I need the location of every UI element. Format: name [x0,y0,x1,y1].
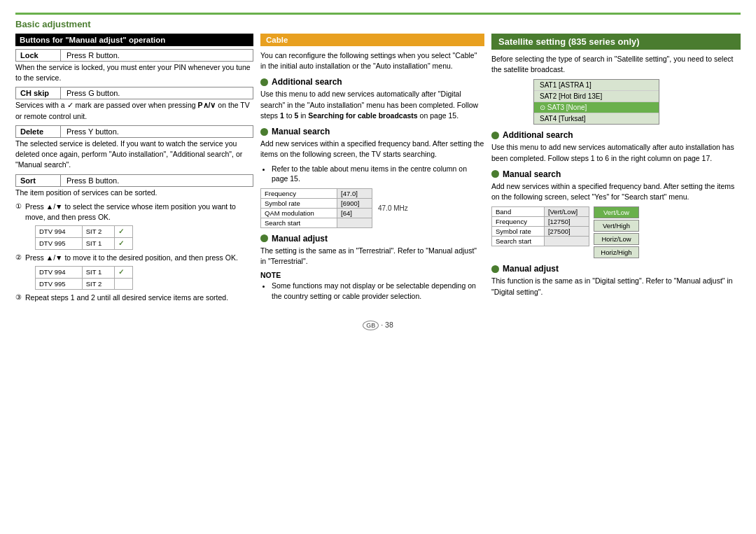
cable-additional-search-text: Use this menu to add new services automa… [260,89,484,121]
sat-row-1: SAT2 [Hot Bird 13E] [534,91,659,102]
cable-intro: You can reconfigure the following settin… [260,50,484,71]
cable-manual-search-bullet: Refer to the table about menu items in t… [272,164,484,184]
sat-row-2: ⊙ SAT3 [None] [534,102,659,113]
cable-additional-search-heading: Additional search [260,77,484,87]
sat-additional-search-heading: Additional search [491,130,741,140]
left-column: Buttons for "Manual adjust" operation Lo… [15,34,253,307]
lock-label: Lock [16,50,61,61]
delete-label: Delete [16,126,61,137]
sat-bullet-man-search [491,170,499,178]
sat-manual-adjust-text: This function is the same as in "Digital… [491,276,741,297]
sort-steps-list: ① Press ▲/▼ to select the service whose … [15,202,253,304]
footer-circle-gb: GB [363,321,379,330]
dtv-table-2: DTV 994SIT 1✓ DTV 995SIT 2 [35,266,133,290]
delete-text: The selected service is deleted. If you … [15,139,253,171]
band-btn-verthigh[interactable]: Vert/High [594,220,639,232]
chskip-label: CH skip [16,87,61,99]
page-footer: GB · 38 [15,321,741,330]
sort-step-2: ② Press ▲/▼ to move it to the desired po… [15,253,253,290]
band-btn-horizhigh[interactable]: Horiz/High [594,246,639,258]
cable-manual-search-text: Add new services within a specified freq… [260,139,484,160]
cable-manual-adjust-text: The setting is the same as in "Terrestri… [260,246,484,267]
cable-freq-table: Frequency[47.0] Symbol rate[6900] QAM mo… [260,188,372,228]
delete-desc: Press Y button. [61,126,253,137]
sat-intro: Before selecting the type of search in "… [491,54,741,75]
sort-row: Sort Press B button. [15,174,253,187]
lock-text: When the service is locked, you must ent… [15,62,253,83]
sort-text: The item position of services can be sor… [15,188,253,198]
right-column: Satellite setting (835 series only) Befo… [491,34,741,301]
sat-section-header: Satellite setting (835 series only) [491,34,741,50]
dtv-table-1: DTV 994SIT 2✓ DTV 995SIT 1✓ [35,225,133,250]
lock-row: Lock Press R button. [15,49,253,62]
footer-page-number: · 38 [381,321,393,329]
chskip-row: CH skip Press G button. [15,87,253,99]
mid-column: Cable You can reconfigure the following … [260,34,484,302]
sat-band-buttons: Vert/Low Vert/High Horiz/Low Horiz/High [594,206,639,258]
cable-section-header: Cable [260,34,484,46]
sat-manual-search-text: Add new services within a specified freq… [491,181,741,202]
sort-desc: Press B button. [61,175,253,186]
bullet-icon-man-search [260,128,268,136]
bullet-icon-add [260,78,268,86]
bullet-icon-man-adj [260,234,268,242]
chskip-desc: Press G button. [61,87,253,99]
page-title: Basic adjustment [15,19,741,29]
cable-manual-search-sub: Refer to the table about menu items in t… [272,164,484,184]
page-top-rule [15,13,741,15]
sat-band-table-wrap: Band[Vert/Low] Frequency[12750] Symbol r… [491,206,741,258]
sat-row-3: SAT4 [Turksat] [534,113,659,124]
chskip-text: Services with a ✓ mark are passed over w… [15,100,253,121]
lock-desc: Press R button. [61,50,253,61]
cable-manual-adjust-heading: Manual adjust [260,234,484,244]
cable-freq-mhz: 47.0 MHz [378,204,408,212]
sat-bullet-add [491,132,499,139]
band-btn-vertlow[interactable]: Vert/Low [594,206,639,218]
cable-note-head: NOTE [260,271,484,279]
sat-band-table: Band[Vert/Low] Frequency[12750] Symbol r… [491,206,589,246]
sort-step-1: ① Press ▲/▼ to select the service whose … [15,202,253,250]
sort-step-3: ③ Repeat steps 1 and 2 until all desired… [15,293,253,303]
cable-manual-search-heading: Manual search [260,127,484,136]
sat-row-0: SAT1 [ASTRA 1] [534,80,659,91]
sat-manual-adjust-heading: Manual adjust [491,264,741,274]
delete-row: Delete Press Y button. [15,125,253,138]
band-btn-horizlow[interactable]: Horiz/Low [594,233,639,245]
cable-note-item-1: Some functions may not display or be sel… [272,281,484,301]
sat-manual-search-heading: Manual search [491,169,741,179]
cable-note-list: Some functions may not display or be sel… [272,281,484,301]
sat-additional-search-text: Use this menu to add new services automa… [491,142,741,163]
sat-bullet-man-adj [491,265,499,273]
left-section-header: Buttons for "Manual adjust" operation [15,34,253,46]
sat-list: SAT1 [ASTRA 1] SAT2 [Hot Bird 13E] ⊙ SAT… [533,79,659,125]
sort-label: Sort [16,175,61,186]
cable-freq-table-wrap: Frequency[47.0] Symbol rate[6900] QAM mo… [260,188,484,228]
